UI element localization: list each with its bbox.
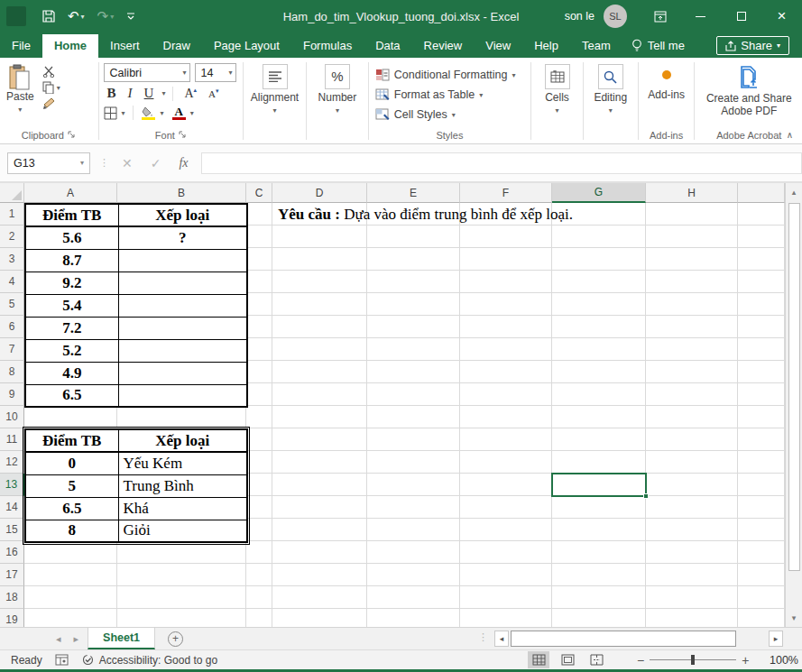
cut-button[interactable]	[42, 66, 60, 78]
cell[interactable]	[738, 586, 785, 609]
cell[interactable]	[646, 383, 738, 406]
cell[interactable]	[460, 428, 552, 451]
cell[interactable]	[367, 609, 460, 627]
cell[interactable]	[646, 226, 738, 248]
cell[interactable]	[246, 248, 272, 271]
cell[interactable]	[246, 293, 272, 316]
table-cell[interactable]: 5.4	[25, 294, 118, 317]
table-cell[interactable]	[118, 249, 247, 272]
column-header-B[interactable]: B	[117, 183, 246, 203]
fill-handle[interactable]	[643, 493, 649, 499]
table-cell[interactable]: ?	[118, 226, 247, 249]
cell[interactable]	[117, 586, 246, 609]
row-header-17[interactable]: 17	[0, 564, 24, 586]
cell[interactable]	[24, 564, 117, 586]
table-header-cell[interactable]: Xếp loại	[118, 204, 247, 226]
redo-button[interactable]: ↷▾	[92, 6, 120, 26]
cell[interactable]	[272, 338, 367, 361]
table-cell[interactable]: 5	[25, 474, 118, 497]
cell[interactable]	[272, 361, 367, 383]
cell[interactable]	[646, 428, 738, 451]
zoom-slider[interactable]	[650, 659, 736, 660]
row-header-4[interactable]: 4	[0, 271, 24, 293]
page-layout-view-button[interactable]	[557, 651, 578, 668]
table-cell[interactable]: 0	[25, 452, 118, 474]
save-button[interactable]	[37, 8, 60, 24]
table-cell[interactable]: 6.5	[25, 384, 118, 407]
copy-button[interactable]: ▾	[42, 81, 60, 94]
cell[interactable]	[460, 271, 552, 293]
cell[interactable]	[24, 541, 117, 564]
cell[interactable]	[646, 248, 738, 271]
row-header-7[interactable]: 7	[0, 338, 24, 361]
row-header-10[interactable]: 10	[0, 406, 24, 428]
column-header-H[interactable]: H	[646, 183, 738, 203]
cell[interactable]	[272, 519, 367, 541]
row-header-2[interactable]: 2	[0, 226, 24, 248]
row-header-6[interactable]: 6	[0, 316, 24, 338]
table-cell[interactable]: Giỏi	[118, 520, 247, 542]
conditional-formatting-button[interactable]: Conditional Formatting ▾	[375, 65, 524, 85]
cell-styles-button[interactable]: Cell Styles ▾	[375, 105, 524, 124]
row-header-3[interactable]: 3	[0, 248, 24, 271]
cell[interactable]	[552, 361, 646, 383]
column-header-F[interactable]: F	[460, 183, 552, 203]
cell[interactable]	[246, 383, 272, 406]
cell[interactable]	[738, 293, 785, 316]
cell[interactable]	[738, 609, 785, 627]
column-header-C[interactable]: C	[246, 183, 272, 203]
cell[interactable]	[738, 248, 785, 271]
undo-button[interactable]: ↶▾	[62, 6, 90, 26]
tab-scroll-splitter[interactable]: ⋮	[478, 631, 488, 643]
cell[interactable]	[738, 338, 785, 361]
adobe-pdf-button[interactable]: Create and Share Adobe PDF	[698, 60, 799, 128]
hscroll-right-arrow[interactable]: ▸	[769, 631, 783, 647]
new-sheet-button[interactable]: +	[168, 631, 183, 647]
close-button[interactable]: ×	[761, 0, 802, 32]
tab-page-layout[interactable]: Page Layout	[202, 34, 291, 58]
table-cell[interactable]: 8.7	[25, 249, 118, 272]
row-header-9[interactable]: 9	[0, 383, 24, 406]
cell[interactable]	[646, 203, 738, 226]
cell[interactable]	[460, 519, 552, 541]
table-cell[interactable]	[118, 294, 247, 317]
cell[interactable]	[552, 226, 646, 248]
cell[interactable]	[646, 361, 738, 383]
cell[interactable]	[246, 609, 272, 627]
cells-button[interactable]: Cells ▾	[539, 60, 576, 143]
cell[interactable]	[552, 338, 646, 361]
increase-font-button[interactable]: A▴	[180, 87, 200, 101]
cell[interactable]	[272, 586, 367, 609]
tab-review[interactable]: Review	[412, 34, 475, 58]
zoom-in-button[interactable]: +	[736, 653, 754, 667]
cell[interactable]	[552, 271, 646, 293]
column-header-A[interactable]: A	[24, 183, 117, 203]
tab-team[interactable]: Team	[570, 34, 622, 58]
cell[interactable]	[738, 564, 785, 586]
cell[interactable]	[272, 406, 367, 428]
cell[interactable]	[552, 248, 646, 271]
editing-button[interactable]: Editing ▾	[587, 60, 633, 143]
cell[interactable]	[552, 451, 646, 474]
table-cell[interactable]: Khá	[118, 497, 247, 520]
table-cell[interactable]	[118, 339, 247, 362]
cell[interactable]	[367, 383, 460, 406]
cell[interactable]	[367, 316, 460, 338]
cell[interactable]	[24, 609, 117, 627]
cell[interactable]	[272, 226, 367, 248]
table-cell[interactable]: 6.5	[25, 497, 118, 520]
table-cell[interactable]	[118, 317, 247, 339]
underline-button[interactable]: U	[141, 86, 158, 101]
cell[interactable]	[646, 271, 738, 293]
cell[interactable]	[646, 474, 738, 496]
cell[interactable]	[738, 226, 785, 248]
cell[interactable]	[552, 519, 646, 541]
collapse-ribbon-button[interactable]: ∧	[787, 130, 793, 140]
cell[interactable]	[117, 564, 246, 586]
cell[interactable]	[460, 586, 552, 609]
cell[interactable]	[272, 474, 367, 496]
row-header-16[interactable]: 16	[0, 541, 24, 564]
cell[interactable]	[367, 564, 460, 586]
cell[interactable]	[738, 541, 785, 564]
cell[interactable]	[246, 564, 272, 586]
